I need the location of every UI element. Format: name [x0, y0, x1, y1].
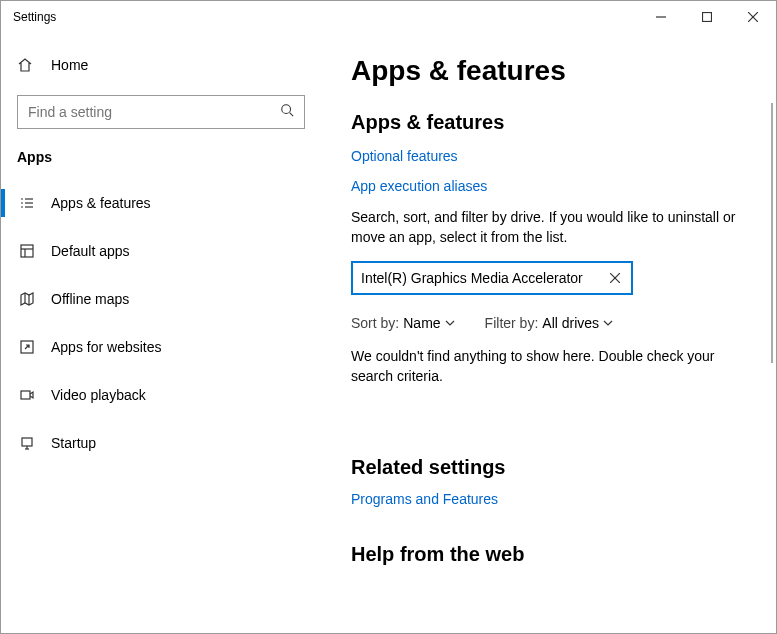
chevron-down-icon	[445, 315, 455, 331]
svg-rect-1	[703, 13, 712, 22]
filter-value: All drives	[542, 315, 599, 331]
home-nav[interactable]: Home	[1, 45, 321, 85]
home-icon	[17, 57, 37, 73]
app-execution-aliases-link[interactable]: App execution aliases	[351, 178, 746, 194]
description-text: Search, sort, and filter by drive. If yo…	[351, 208, 746, 247]
app-search-input[interactable]	[361, 270, 607, 286]
nav-video-playback[interactable]: Video playback	[1, 371, 321, 419]
sidebar: Home Apps Apps & features Default apps O…	[1, 33, 321, 633]
titlebar: Settings	[1, 1, 776, 33]
default-apps-icon	[17, 243, 37, 259]
nav-startup[interactable]: Startup	[1, 419, 321, 467]
nav-label: Default apps	[51, 243, 130, 259]
nav-label: Video playback	[51, 387, 146, 403]
filter-label: Filter by:	[485, 315, 539, 331]
map-icon	[17, 291, 37, 307]
search-icon	[280, 103, 294, 121]
filter-row: Sort by: Name Filter by: All drives	[351, 315, 746, 331]
list-icon	[17, 195, 37, 211]
nav-apps-features[interactable]: Apps & features	[1, 179, 321, 227]
sort-label: Sort by:	[351, 315, 399, 331]
section-title: Apps & features	[351, 111, 746, 134]
related-settings-title: Related settings	[351, 456, 746, 479]
filter-by-control[interactable]: Filter by: All drives	[485, 315, 613, 331]
nav-label: Startup	[51, 435, 96, 451]
svg-rect-19	[22, 438, 32, 446]
svg-line-5	[290, 113, 294, 117]
nav-label: Offline maps	[51, 291, 129, 307]
clear-search-button[interactable]	[607, 270, 623, 286]
minimize-button[interactable]	[638, 1, 684, 33]
svg-rect-18	[21, 391, 30, 399]
startup-icon	[17, 435, 37, 451]
programs-features-link[interactable]: Programs and Features	[351, 491, 746, 507]
nav-label: Apps & features	[51, 195, 151, 211]
sidebar-search[interactable]	[17, 95, 305, 129]
sort-value: Name	[403, 315, 440, 331]
svg-rect-12	[21, 245, 33, 257]
chevron-down-icon	[603, 315, 613, 331]
empty-results-message: We couldn't find anything to show here. …	[351, 347, 746, 386]
sidebar-section-label: Apps	[1, 129, 321, 175]
open-icon	[17, 339, 37, 355]
main-content: Apps & features Apps & features Optional…	[321, 33, 776, 633]
nav-list: Apps & features Default apps Offline map…	[1, 179, 321, 467]
nav-apps-websites[interactable]: Apps for websites	[1, 323, 321, 371]
sort-by-control[interactable]: Sort by: Name	[351, 315, 455, 331]
home-label: Home	[51, 57, 88, 73]
maximize-button[interactable]	[684, 1, 730, 33]
nav-offline-maps[interactable]: Offline maps	[1, 275, 321, 323]
window-controls	[638, 1, 776, 33]
window-title: Settings	[13, 10, 56, 24]
video-icon	[17, 387, 37, 403]
optional-features-link[interactable]: Optional features	[351, 148, 746, 164]
sidebar-search-input[interactable]	[28, 104, 280, 120]
nav-default-apps[interactable]: Default apps	[1, 227, 321, 275]
app-search-box[interactable]	[351, 261, 633, 295]
svg-point-4	[282, 105, 291, 114]
page-title: Apps & features	[351, 55, 746, 87]
close-button[interactable]	[730, 1, 776, 33]
scrollbar[interactable]	[771, 103, 773, 363]
nav-label: Apps for websites	[51, 339, 162, 355]
help-title: Help from the web	[351, 543, 746, 566]
